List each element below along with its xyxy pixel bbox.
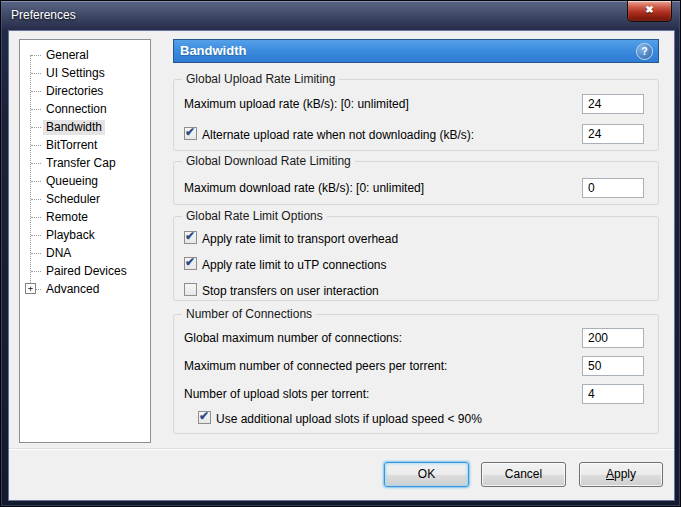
sidebar-item-connection[interactable]: Connection: [20, 100, 150, 118]
global-max-connections-label: Global maximum number of connections:: [184, 331, 402, 345]
sidebar-item-general[interactable]: General: [20, 46, 150, 64]
group-title: Global Upload Rate Limiting: [182, 72, 339, 86]
max-peers-per-torrent-label: Maximum number of connected peers per to…: [184, 359, 447, 373]
sidebar-item-ui-settings[interactable]: UI Settings: [20, 64, 150, 82]
cancel-button[interactable]: Cancel: [481, 462, 566, 487]
max-peers-per-torrent-input[interactable]: [582, 356, 644, 376]
sidebar-item-paired-devices[interactable]: Paired Devices: [20, 262, 150, 280]
group-global-rate-limit-options: Global Rate Limit Options Apply rate lim…: [173, 216, 659, 301]
upload-slots-per-torrent-input[interactable]: [582, 384, 644, 404]
group-number-of-connections: Number of Connections Global maximum num…: [173, 314, 659, 434]
group-title: Global Download Rate Limiting: [182, 154, 355, 168]
group-global-upload-rate-limiting: Global Upload Rate Limiting Maximum uplo…: [173, 79, 659, 151]
footer-separator: [9, 448, 674, 450]
help-icon[interactable]: ?: [636, 43, 653, 60]
group-title: Global Rate Limit Options: [182, 209, 327, 223]
expand-icon[interactable]: +: [25, 283, 36, 294]
sidebar-item-directories[interactable]: Directories: [20, 82, 150, 100]
window-title: Preferences: [11, 8, 76, 22]
title-bar[interactable]: Preferences: [1, 1, 680, 31]
max-download-rate-input[interactable]: [582, 178, 644, 198]
sidebar-item-bittorrent[interactable]: BitTorrent: [20, 136, 150, 154]
close-button[interactable]: ✖: [627, 1, 672, 22]
group-global-download-rate-limiting: Global Download Rate Limiting Maximum do…: [173, 161, 659, 205]
sidebar-item-advanced[interactable]: + Advanced: [20, 280, 150, 298]
page-title: Bandwidth: [180, 43, 246, 58]
settings-tree: General UI Settings Directories Connecti…: [19, 39, 151, 443]
max-upload-rate-input[interactable]: [582, 94, 644, 114]
ok-button[interactable]: OK: [384, 462, 469, 487]
additional-upload-slots-label[interactable]: Use additional upload slots if upload sp…: [216, 412, 482, 426]
apply-limit-transport-overhead-checkbox[interactable]: [184, 231, 197, 244]
alternate-upload-rate-input[interactable]: [582, 124, 644, 144]
apply-limit-utp-label[interactable]: Apply rate limit to uTP connections: [202, 258, 387, 272]
additional-upload-slots-checkbox[interactable]: [198, 411, 211, 424]
sidebar-item-remote[interactable]: Remote: [20, 208, 150, 226]
page-header: Bandwidth ?: [173, 39, 659, 63]
sidebar-item-dna[interactable]: DNA: [20, 244, 150, 262]
close-icon: ✖: [645, 4, 653, 15]
alternate-upload-rate-checkbox[interactable]: [184, 127, 197, 140]
global-max-connections-input[interactable]: [582, 328, 644, 348]
sidebar-item-queueing[interactable]: Queueing: [20, 172, 150, 190]
group-title: Number of Connections: [182, 307, 316, 321]
max-download-rate-label: Maximum download rate (kB/s): [0: unlimi…: [184, 181, 424, 195]
alternate-upload-rate-label[interactable]: Alternate upload rate when not downloadi…: [202, 128, 474, 142]
apply-button[interactable]: Apply: [579, 462, 663, 487]
sidebar-item-scheduler[interactable]: Scheduler: [20, 190, 150, 208]
stop-transfers-checkbox[interactable]: [184, 283, 197, 296]
stop-transfers-label[interactable]: Stop transfers on user interaction: [202, 284, 379, 298]
apply-limit-transport-overhead-label[interactable]: Apply rate limit to transport overhead: [202, 232, 398, 246]
dialog-client-area: General UI Settings Directories Connecti…: [9, 31, 674, 500]
sidebar-item-transfer-cap[interactable]: Transfer Cap: [20, 154, 150, 172]
max-upload-rate-label: Maximum upload rate (kB/s): [0: unlimite…: [184, 97, 409, 111]
apply-limit-utp-checkbox[interactable]: [184, 257, 197, 270]
upload-slots-per-torrent-label: Number of upload slots per torrent:: [184, 387, 369, 401]
sidebar-item-playback[interactable]: Playback: [20, 226, 150, 244]
preferences-window: Preferences ✖ General UI Settings Direct…: [0, 0, 681, 507]
sidebar-item-bandwidth[interactable]: Bandwidth: [20, 118, 150, 136]
